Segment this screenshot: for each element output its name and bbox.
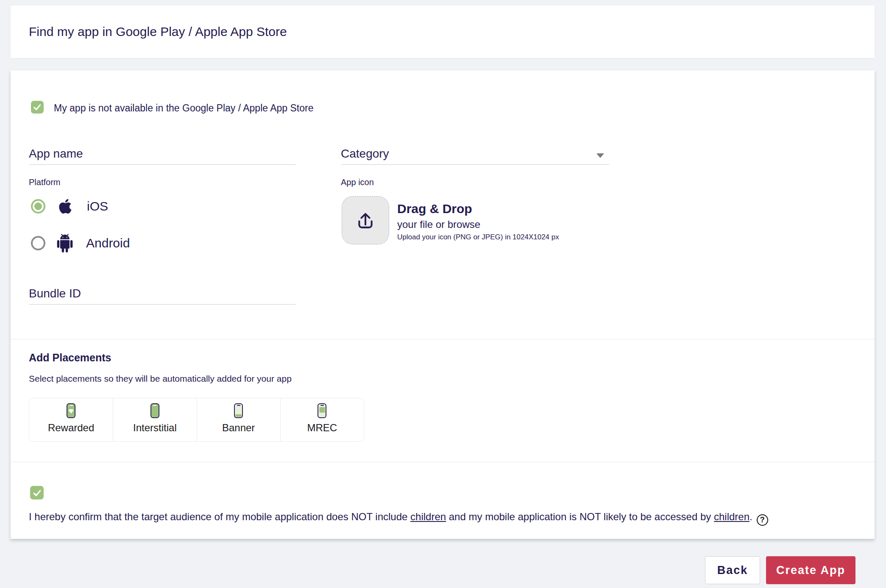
app-name-input[interactable]: App name <box>29 147 296 165</box>
confirm-text-suffix: . <box>749 511 752 522</box>
children-link-1[interactable]: children <box>410 511 446 522</box>
create-app-form-card: My app is not available in the Google Pl… <box>11 70 875 539</box>
bundle-id-input[interactable]: Bundle ID <box>29 286 296 305</box>
confirm-text-prefix: I hereby confirm that the target audienc… <box>29 511 410 522</box>
checkmark-icon <box>32 102 42 112</box>
placement-interstitial[interactable]: Interstitial <box>113 398 196 441</box>
placement-rewarded[interactable]: Rewarded <box>29 398 113 441</box>
coppa-confirm-text: I hereby confirm that the target audienc… <box>29 510 870 526</box>
upload-instructions: Drag & Drop your file or browse Upload y… <box>397 202 559 241</box>
android-icon <box>56 233 74 253</box>
help-icon[interactable]: ? <box>757 514 768 526</box>
placement-label: MREC <box>307 422 337 434</box>
app-icon-label: App icon <box>341 178 374 187</box>
confirm-text-middle: and my mobile application is NOT likely … <box>446 511 714 522</box>
placement-mrec[interactable]: MREC <box>280 398 364 441</box>
mrec-ad-icon <box>318 403 326 418</box>
interstitial-ad-icon <box>150 403 159 418</box>
placement-banner[interactable]: Banner <box>197 398 280 441</box>
placements-title: Add Placements <box>29 352 111 364</box>
placements-subtitle: Select placements so they will be automa… <box>29 374 292 384</box>
coppa-confirm-checkbox[interactable] <box>30 486 44 499</box>
apple-icon <box>56 197 75 216</box>
upload-title: Drag & Drop <box>397 202 559 216</box>
children-link-2[interactable]: children <box>714 511 749 522</box>
app-icon-upload-dropzone[interactable] <box>342 196 389 244</box>
section-divider <box>11 339 875 339</box>
placement-cards: Rewarded Interstitial Banner MREC <box>29 398 364 442</box>
platform-label: Platform <box>29 178 60 187</box>
android-label: Android <box>86 236 130 250</box>
page: Find my app in Google Play / Apple App S… <box>0 0 886 588</box>
chevron-down-icon <box>596 153 604 158</box>
upload-subtitle[interactable]: your file or browse <box>397 219 559 230</box>
ios-label: iOS <box>87 199 108 214</box>
placement-label: Rewarded <box>48 422 94 434</box>
page-title: Find my app in Google Play / Apple App S… <box>11 6 875 58</box>
create-app-button[interactable]: Create App <box>766 556 855 584</box>
header-bar: Find my app in Google Play / Apple App S… <box>11 6 875 58</box>
checkmark-icon <box>32 488 42 498</box>
upload-icon <box>354 209 377 232</box>
platform-option-ios[interactable]: iOS <box>31 195 108 217</box>
android-radio[interactable] <box>31 236 45 250</box>
banner-ad-icon <box>234 403 243 418</box>
upload-hint: Upload your icon (PNG or JPEG) in 1024X1… <box>397 233 559 241</box>
app-name-placeholder: App name <box>29 147 83 160</box>
platform-option-android[interactable]: Android <box>31 232 130 254</box>
ios-radio[interactable] <box>31 199 45 214</box>
rewarded-ad-icon <box>67 403 75 418</box>
bundle-id-placeholder: Bundle ID <box>29 287 81 300</box>
placement-label: Banner <box>222 422 255 434</box>
store-availability-label: My app is not available in the Google Pl… <box>54 103 313 114</box>
category-placeholder: Category <box>341 147 389 160</box>
placement-label: Interstitial <box>133 422 177 434</box>
back-button[interactable]: Back <box>705 556 760 584</box>
section-divider <box>11 462 875 462</box>
category-select[interactable]: Category <box>341 147 609 165</box>
store-availability-checkbox[interactable] <box>31 101 44 114</box>
